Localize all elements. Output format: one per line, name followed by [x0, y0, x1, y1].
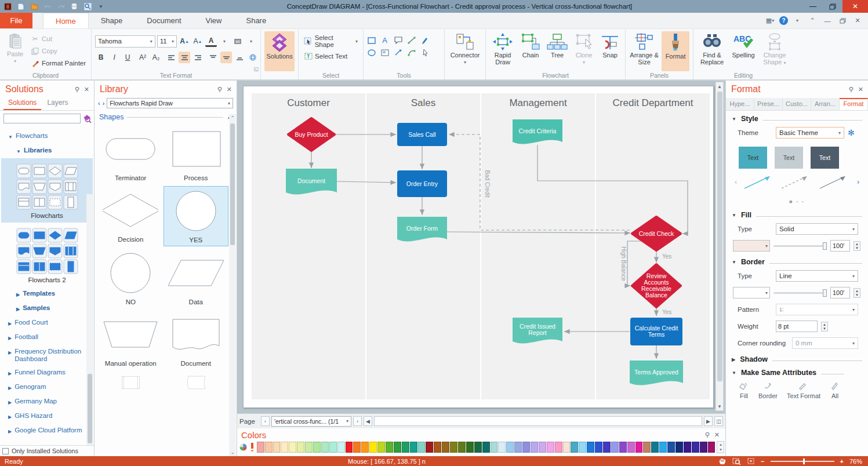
color-swatch[interactable]	[506, 442, 514, 453]
color-swatch[interactable]	[281, 442, 288, 453]
font-color-dropdown[interactable]: ▾	[219, 35, 230, 47]
border-color-select[interactable]: ▾	[733, 287, 770, 298]
format-tab-custo[interactable]: Custo...	[783, 98, 811, 110]
change-shape-button[interactable]: Change Shape ▾	[760, 31, 790, 71]
fill-opacity-stepper[interactable]: ▲▼	[854, 241, 860, 251]
color-swatch[interactable]	[450, 442, 457, 453]
tree-button[interactable]: Tree	[545, 31, 569, 71]
zoom-in-icon[interactable]: +	[840, 458, 844, 465]
color-swatch[interactable]	[491, 442, 498, 453]
smart-connector-tool-icon[interactable]	[394, 48, 402, 57]
text-direction-button[interactable]	[247, 52, 259, 63]
italic-button[interactable]: I	[108, 52, 120, 63]
superscript-button[interactable]: A²	[137, 52, 148, 63]
color-swatch[interactable]	[611, 442, 619, 453]
library-back-icon[interactable]: ‹	[98, 100, 100, 107]
chevron-down-icon[interactable]: ▼	[8, 133, 13, 141]
sidebar-item-samples[interactable]: ▶Samples	[1, 301, 93, 316]
solutions-scrollbar[interactable]: ⌄	[86, 194, 93, 466]
make-same-fill[interactable]: Fill	[739, 381, 749, 399]
font-family-select[interactable]: Tahoma▾	[95, 35, 155, 48]
color-swatch[interactable]	[619, 442, 627, 453]
align-bottom-button[interactable]	[234, 52, 245, 63]
solutions-button[interactable]: Solutions	[264, 31, 295, 71]
chevron-right-icon[interactable]: ▶	[16, 305, 20, 313]
align-left-button[interactable]	[165, 52, 177, 63]
help-icon[interactable]: ?	[779, 16, 788, 25]
library-shape-process[interactable]: Process	[164, 125, 229, 184]
color-swatch[interactable]	[386, 442, 393, 453]
hscroll-right-icon[interactable]: ▶	[704, 416, 713, 426]
solutions-search-input[interactable]	[3, 114, 81, 123]
font-size-select[interactable]: 11▾	[157, 35, 177, 48]
chevron-right-icon[interactable]: ▶	[8, 428, 12, 435]
pin-icon[interactable]: ⚲	[217, 86, 222, 93]
theme-settings-gear-icon[interactable]: ✻	[848, 128, 855, 137]
color-swatch[interactable]	[442, 442, 449, 453]
sidebar-item-ghs-hazard[interactable]: ▶GHS Hazard	[1, 409, 93, 424]
help-dropdown-icon[interactable]: ▾	[791, 18, 803, 23]
open-folder-icon[interactable]	[30, 2, 38, 10]
chevron-right-icon[interactable]: ▶	[16, 291, 20, 298]
fill-opacity-value[interactable]: 100'	[830, 240, 850, 252]
library-shape-predefined[interactable]	[98, 372, 164, 392]
color-swatch[interactable]	[547, 442, 554, 453]
color-swatch[interactable]	[627, 442, 635, 453]
color-swatch[interactable]	[353, 442, 361, 453]
fill-color-select[interactable]: ▾	[733, 240, 770, 252]
chevron-right-icon[interactable]: ▶	[8, 384, 12, 392]
library-shape-terminator[interactable]: Terminator	[98, 125, 164, 184]
prev-page-button[interactable]: ‹	[261, 416, 270, 426]
palette-scrollbar[interactable]: ▲▼	[717, 441, 724, 453]
tab-view[interactable]: View	[194, 13, 234, 28]
color-swatch[interactable]	[692, 442, 699, 453]
sidebar-item-templates[interactable]: ▶Templates	[1, 287, 93, 301]
split-view-button[interactable]: ◫	[714, 416, 723, 426]
pin-icon[interactable]: ⚲	[849, 86, 854, 93]
color-swatch[interactable]	[410, 442, 417, 453]
color-swatch[interactable]	[402, 442, 409, 453]
new-document-icon[interactable]	[17, 2, 25, 10]
chevron-right-icon[interactable]: ▶	[8, 349, 12, 356]
page-select[interactable]: 'ertical cross-func... (1/1▾	[271, 416, 351, 427]
color-swatch[interactable]	[700, 442, 707, 453]
connector-style-previews[interactable]	[740, 172, 854, 192]
solutions-search-icon[interactable]	[82, 114, 92, 123]
make-same-border[interactable]: Border	[758, 381, 778, 399]
color-swatch[interactable]	[321, 442, 329, 453]
library-shape-data[interactable]: Data	[164, 249, 229, 308]
color-swatch[interactable]	[498, 442, 506, 453]
color-swatch[interactable]	[571, 442, 578, 453]
find-replace-button[interactable]: Find & Replace	[697, 31, 727, 71]
style-pagination[interactable]: ■ ▫ ▫	[732, 192, 862, 206]
zoom-out-icon[interactable]: −	[761, 458, 764, 465]
color-swatch[interactable]	[482, 442, 490, 453]
bold-button[interactable]: B	[95, 52, 107, 63]
format-panel-button[interactable]: Format	[662, 31, 689, 71]
scroll-down-icon[interactable]: ▼	[716, 402, 723, 410]
snap-button[interactable]: Snap	[598, 31, 622, 71]
pin-icon[interactable]: ⚲	[75, 86, 79, 93]
color-swatch[interactable]	[377, 442, 385, 453]
chevron-right-icon[interactable]: ▶	[8, 320, 12, 327]
image-tool-icon[interactable]	[380, 48, 389, 57]
color-swatch[interactable]	[297, 442, 304, 453]
library-shape-stored[interactable]	[164, 372, 229, 392]
solutions-tab[interactable]: Solutions	[3, 97, 41, 110]
format-tab-arran[interactable]: Arran...	[811, 98, 840, 110]
color-swatch[interactable]	[257, 442, 264, 453]
only-installed-checkbox[interactable]	[2, 448, 9, 454]
color-swatch[interactable]	[305, 442, 313, 453]
view-switch-icon[interactable]: ▦ ▾	[764, 17, 776, 24]
line-tool-icon[interactable]	[407, 36, 416, 45]
tab-shape[interactable]: Shape	[89, 13, 135, 28]
color-swatch[interactable]	[329, 442, 337, 453]
color-swatch[interactable]	[514, 442, 522, 453]
color-swatch[interactable]	[603, 442, 611, 453]
pin-icon[interactable]: ⚲	[705, 431, 710, 439]
close-button[interactable]: ✕	[842, 0, 868, 13]
library-shape-decision[interactable]: Decision	[98, 186, 164, 246]
sidebar-item-frequency-distribution-dashboard[interactable]: ▶Frequency Distribution Dashboard	[1, 345, 93, 366]
select-shape-button[interactable]: Select Shape ▾	[302, 36, 359, 46]
chevron-right-icon[interactable]: ▶	[8, 413, 12, 421]
